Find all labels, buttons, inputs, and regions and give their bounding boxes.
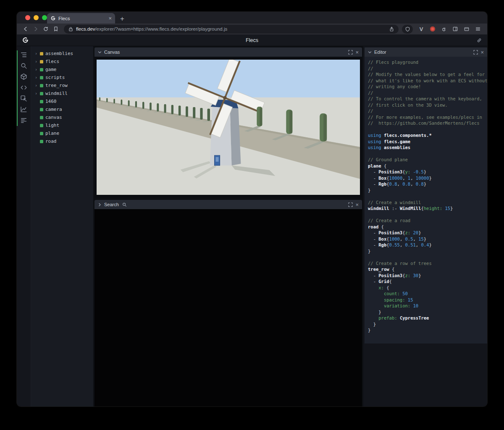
browser-tab-strip: Flecs × + [17,12,487,24]
browser-tab-flecs[interactable]: Flecs × [47,13,115,24]
chevron-right-icon[interactable]: › [34,68,38,72]
tree-item-scripts[interactable]: ›scripts [31,73,93,81]
code-line: } [368,321,486,328]
entity-label: 1460 [45,99,57,104]
tree-item-canvas[interactable]: canvas [31,113,93,121]
chevron-down-icon[interactable] [368,50,372,54]
box-icon[interactable] [20,73,27,80]
entity-color-square [40,140,43,143]
tree-item-camera[interactable]: camera [31,105,93,113]
close-panel-icon[interactable]: × [355,50,359,55]
chevron-right-icon[interactable]: › [34,60,38,64]
code-line [368,212,486,218]
code-line: - Position3{y: -0.5} [368,169,486,175]
tree-item-game[interactable]: ›game [31,66,93,73]
code-line: // Create a windmill [368,199,486,206]
zoom-window-button[interactable] [42,15,47,20]
brave-shield-icon[interactable] [402,25,413,34]
entity-label: assemblies [45,51,73,56]
stats-icon[interactable] [20,117,27,124]
window-controls [25,15,47,20]
tree-item-1460[interactable]: 1460 [31,97,93,105]
red-extension-icon[interactable] [429,26,436,32]
code-line: // what it's like to work with an ECS wi… [368,78,486,84]
code-line: spacing: 15 [368,297,486,303]
entity-label: windmill [45,91,68,96]
page-title: Flecs [246,37,258,43]
entity-color-square [40,84,43,87]
tree-item-road[interactable]: road [31,137,93,145]
tree-item-plane[interactable]: plane [31,129,93,137]
reload-button[interactable] [41,25,50,33]
chart-icon[interactable] [20,106,27,113]
entity-color-square [40,100,43,103]
chevron-right-icon[interactable]: › [34,52,38,56]
tree-item-flecs[interactable]: ›flecs [31,58,93,66]
code-line: x: { [368,285,486,291]
editor-panel-header: Editor × [365,47,487,57]
tree-item-assemblies[interactable]: ›assemblies [31,50,93,58]
inspect-icon[interactable] [20,95,27,102]
vue-devtools-icon[interactable]: V [418,26,425,32]
extension-icons: V [416,26,483,32]
entity-label: tree_row [45,83,68,88]
code-line: } [368,327,486,333]
share-icon[interactable] [389,26,394,32]
menu-hamburger-icon[interactable] [475,26,481,32]
expand-panel-icon[interactable] [348,50,353,55]
close-panel-icon[interactable]: × [355,202,359,207]
sidebar-toggle-icon[interactable] [452,26,459,32]
tool-sidebar [17,46,31,406]
code-line: prefab: CypressTree [368,315,486,321]
editor-code[interactable]: // Flecs playground//// Modify the value… [365,57,487,343]
flecs-explorer-app: Flecs ›assemblies›flecs›game›scripts›tre… [17,34,487,406]
link-icon[interactable] [476,37,482,43]
chevron-down-icon[interactable] [98,50,102,54]
code-line: } [368,309,486,315]
search-icon[interactable] [20,62,27,69]
entity-label: game [45,67,57,72]
expand-panel-icon[interactable] [348,202,353,207]
chevron-right-icon[interactable]: › [34,92,38,96]
tree-item-tree_row[interactable]: ›tree_row [31,81,93,89]
entity-label: plane [45,131,59,136]
bookmark-icon[interactable] [51,25,60,33]
code-line: using assemblies [368,144,486,151]
minimize-window-button[interactable] [34,15,39,20]
chevron-right-icon[interactable] [98,203,102,207]
entity-color-square [40,132,43,135]
search-panel: Search × [94,200,362,406]
chevron-right-icon[interactable]: › [34,84,38,88]
code-line: - Position3{z: 20} [368,230,486,236]
close-panel-icon[interactable]: × [480,50,484,55]
chevron-right-icon[interactable]: › [34,76,38,80]
url-text[interactable]: flecs.dev/explorer/?wasm=https://www.fle… [76,26,386,31]
address-bar[interactable]: flecs.dev/explorer/?wasm=https://www.fle… [64,25,399,34]
entity-label: light [45,123,59,128]
lock-icon [68,26,74,32]
app-main: ›assemblies›flecs›game›scripts›tree_row›… [17,46,487,406]
forward-button[interactable] [31,25,40,33]
code-line: - Box{1000, 0.5, 15} [368,236,486,242]
extensions-puzzle-icon[interactable] [441,26,447,32]
entity-color-square [40,76,43,79]
entity-tree-icon[interactable] [20,51,27,58]
new-tab-button[interactable]: + [120,15,124,22]
tree-item-light[interactable]: light [31,121,93,129]
back-button[interactable] [21,25,30,33]
close-window-button[interactable] [25,15,30,20]
entity-color-square [40,124,43,127]
expand-panel-icon[interactable] [473,50,478,55]
code-line: using flecs.components.* [368,132,486,139]
entity-label: road [45,139,57,144]
code-line: // [368,90,486,96]
tree-item-windmill[interactable]: ›windmill [31,89,93,97]
flecs-logo-icon[interactable] [22,37,29,44]
3d-scene-canvas[interactable] [97,60,360,195]
code-line: - Box{10000, 1, 10000} [368,175,486,181]
canvas-panel: Canvas × [94,47,362,197]
wallet-icon[interactable] [463,26,470,32]
code-icon[interactable] [20,84,27,91]
tab-close-icon[interactable]: × [108,16,112,21]
active-accent-bar [17,50,18,126]
